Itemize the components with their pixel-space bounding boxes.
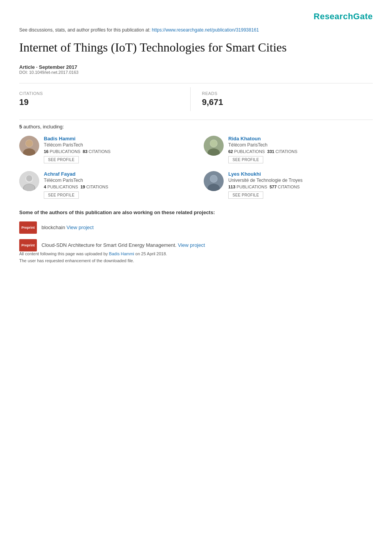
author-affiliation-badis: Télécom ParisTech xyxy=(44,142,188,148)
authors-count: 5 xyxy=(19,124,22,130)
reads-value: 9,671 xyxy=(202,97,373,107)
author-name-lyes[interactable]: Lyes Khoukhi xyxy=(228,171,373,177)
author-stats-lyes: 113 PUBLICATIONS 577 CITATIONS xyxy=(228,185,373,189)
citations-value: 19 xyxy=(19,97,190,107)
project-thumb-label-1: Preprint xyxy=(22,226,35,230)
see-profile-rida[interactable]: SEE PROFILE xyxy=(228,156,263,163)
author-name-achraf[interactable]: Achraf Fayad xyxy=(44,171,188,177)
project-thumb-2: Preprint xyxy=(19,239,37,251)
reads-label: READS xyxy=(202,91,373,96)
footer-line1: All content following this page was uplo… xyxy=(19,251,373,258)
project-item-blockchain: Preprint blockchain View project xyxy=(19,221,373,234)
footer-line1-before: All content following this page was uplo… xyxy=(19,251,108,256)
project-text-2: Cloud-SDN Architecture for Smart Grid En… xyxy=(42,242,205,248)
author-affiliation-rida: Télécom ParisTech xyxy=(228,142,373,148)
author-info-rida: Rida Khatoun Télécom ParisTech 62 PUBLIC… xyxy=(228,136,373,163)
svg-point-16 xyxy=(210,175,217,182)
citations-block: CITATIONS 19 xyxy=(19,87,190,111)
article-title: Internet of Things (IoT) Technologies fo… xyxy=(19,40,373,56)
footer: All content following this page was uplo… xyxy=(19,251,373,264)
brand-logo[interactable]: ResearchGate xyxy=(314,12,373,22)
article-doi: DOI: 10.1049/iet-net.2017.0163 xyxy=(19,70,373,75)
svg-point-11 xyxy=(26,175,32,181)
see-profile-achraf[interactable]: SEE PROFILE xyxy=(44,191,79,199)
footer-line2: The user has requested enhancement of th… xyxy=(19,258,373,265)
divider-mid xyxy=(19,120,373,120)
citations-label: CITATIONS xyxy=(19,91,190,96)
footer-author-link[interactable]: Badis Hammi xyxy=(109,251,134,256)
article-meta: Article · September 2017 DOI: 10.1049/ie… xyxy=(19,64,373,75)
author-info-badis: Badis Hammi Télécom ParisTech 16 PUBLICA… xyxy=(44,136,188,163)
author-affiliation-achraf: Télécom ParisTech xyxy=(44,178,188,183)
project-name-1: blockchain xyxy=(42,225,66,230)
intro-line: See discussions, stats, and author profi… xyxy=(19,27,373,33)
svg-point-7 xyxy=(210,140,217,147)
avatar-lyes xyxy=(204,171,224,191)
author-name-rida[interactable]: Rida Khatoun xyxy=(228,136,373,141)
avatar-rida xyxy=(204,136,224,156)
project-thumb-label-2: Preprint xyxy=(22,243,35,247)
project-item-cloudsdn: Preprint Cloud-SDN Architecture for Smar… xyxy=(19,239,373,251)
avatar-badis xyxy=(19,136,39,156)
author-card-badis: Badis Hammi Télécom ParisTech 16 PUBLICA… xyxy=(19,136,188,163)
author-card-lyes: Lyes Khoukhi Université de Technologie d… xyxy=(204,171,373,199)
article-type-date: Article · September 2017 xyxy=(19,64,373,70)
author-card-achraf: Achraf Fayad Télécom ParisTech 4 PUBLICA… xyxy=(19,171,188,199)
author-info-lyes: Lyes Khoukhi Université de Technologie d… xyxy=(228,171,373,199)
author-card-rida: Rida Khatoun Télécom ParisTech 62 PUBLIC… xyxy=(204,136,373,163)
author-info-achraf: Achraf Fayad Télécom ParisTech 4 PUBLICA… xyxy=(44,171,188,199)
footer-line1-after: on 25 April 2018. xyxy=(135,251,167,256)
author-name-badis[interactable]: Badis Hammi xyxy=(44,136,188,141)
divider-top xyxy=(19,83,373,83)
project-text-1: blockchain View project xyxy=(42,225,94,230)
authors-heading-text: authors, including: xyxy=(23,124,64,130)
project-name-2: Cloud-SDN Architecture for Smart Grid En… xyxy=(42,242,178,248)
publication-link[interactable]: https://www.researchgate.net/publication… xyxy=(152,27,259,33)
see-profile-lyes[interactable]: SEE PROFILE xyxy=(228,191,263,199)
authors-grid: Badis Hammi Télécom ParisTech 16 PUBLICA… xyxy=(19,136,373,199)
see-profile-badis[interactable]: SEE PROFILE xyxy=(44,156,79,163)
related-projects-heading: Some of the authors of this publication … xyxy=(19,210,373,215)
author-stats-rida: 62 PUBLICATIONS 331 CITATIONS xyxy=(228,149,373,154)
reads-block: READS 9,671 xyxy=(190,87,373,111)
stats-row: CITATIONS 19 READS 9,671 xyxy=(19,87,373,111)
project-link-1[interactable]: View project xyxy=(66,225,94,230)
project-link-2[interactable]: View project xyxy=(178,242,205,248)
top-bar: ResearchGate xyxy=(19,8,373,27)
author-affiliation-lyes: Université de Technologie de Troyes xyxy=(228,178,373,183)
svg-point-3 xyxy=(26,140,33,147)
author-stats-badis: 16 PUBLICATIONS 83 CITATIONS xyxy=(44,149,188,154)
authors-heading: 5 authors, including: xyxy=(19,124,373,130)
project-thumb-1: Preprint xyxy=(19,221,37,234)
avatar-achraf xyxy=(19,171,39,191)
intro-text: See discussions, stats, and author profi… xyxy=(19,27,151,33)
author-stats-achraf: 4 PUBLICATIONS 19 CITATIONS xyxy=(44,185,188,189)
